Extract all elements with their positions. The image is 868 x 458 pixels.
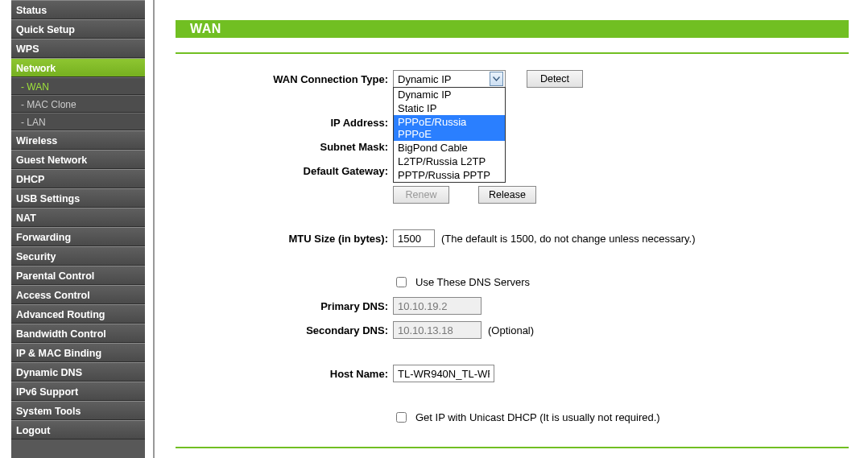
use-dns-checkbox[interactable]: [396, 277, 407, 287]
label-secondary-dns: Secondary DNS:: [176, 324, 393, 336]
use-dns-label: Use These DNS Servers: [415, 276, 530, 288]
label-default-gateway: Default Gateway:: [176, 165, 393, 177]
sidebar-sub-lan[interactable]: - LAN: [11, 113, 145, 130]
label-host-name: Host Name:: [176, 368, 393, 380]
dropdown-option-l2tp[interactable]: L2TP/Russia L2TP: [394, 155, 505, 168]
page-banner: WAN: [176, 20, 849, 38]
sidebar-item-network[interactable]: Network: [11, 58, 145, 77]
sidebar-item-wps[interactable]: WPS: [11, 39, 145, 58]
sidebar-item-ip-mac-binding[interactable]: IP & MAC Binding: [11, 343, 145, 362]
primary-dns-input[interactable]: [393, 297, 482, 315]
mtu-input[interactable]: [393, 229, 435, 247]
dropdown-option-bigpond[interactable]: BigPond Cable: [394, 141, 505, 155]
chevron-down-icon: [490, 72, 503, 86]
dropdown-option-pppoe[interactable]: PPPoE/Russia PPPoE: [394, 115, 505, 141]
vertical-divider: [153, 0, 155, 458]
sidebar-item-advanced-routing[interactable]: Advanced Routing: [11, 304, 145, 324]
select-value: Dynamic IP: [398, 73, 451, 85]
mtu-note: (The default is 1500, do not change unle…: [441, 233, 696, 245]
sidebar-sub-wan[interactable]: - WAN: [11, 77, 145, 95]
dropdown-option-pptp[interactable]: PPTP/Russia PPTP: [394, 168, 505, 182]
bottom-divider: [176, 447, 849, 448]
secondary-dns-note: (Optional): [488, 324, 534, 336]
unicast-dhcp-checkbox[interactable]: [396, 412, 407, 423]
label-ip-address: IP Address:: [176, 117, 393, 129]
release-button[interactable]: Release: [478, 186, 536, 204]
sidebar-item-quick-setup[interactable]: Quick Setup: [11, 19, 145, 39]
label-mtu: MTU Size (in bytes):: [176, 233, 393, 245]
sidebar-item-wireless[interactable]: Wireless: [11, 130, 145, 150]
sidebar-item-status[interactable]: Status: [11, 0, 145, 19]
unicast-dhcp-label: Get IP with Unicast DHCP (It is usually …: [415, 411, 660, 423]
sidebar-item-bandwidth-control[interactable]: Bandwidth Control: [11, 324, 145, 343]
sidebar-sub-mac-clone[interactable]: - MAC Clone: [11, 95, 145, 113]
sidebar-item-ipv6-support[interactable]: IPv6 Support: [11, 382, 145, 401]
sidebar-item-security[interactable]: Security: [11, 246, 145, 266]
dropdown-option-dynamic-ip[interactable]: Dynamic IP: [394, 88, 505, 101]
renew-button[interactable]: Renew: [393, 186, 449, 204]
content-area: WAN WAN Connection Type: Dynamic IP: [176, 20, 849, 458]
sidebar-item-dhcp[interactable]: DHCP: [11, 169, 145, 188]
page-title: WAN: [190, 22, 221, 35]
top-divider: [176, 52, 849, 54]
sidebar-item-system-tools[interactable]: System Tools: [11, 401, 145, 420]
sidebar-item-parental-control[interactable]: Parental Control: [11, 266, 145, 285]
wan-connection-type-dropdown: Dynamic IP Static IP PPPoE/Russia PPPoE …: [393, 87, 506, 183]
label-subnet-mask: Subnet Mask:: [176, 141, 393, 153]
wan-connection-type-select[interactable]: Dynamic IP: [393, 70, 506, 88]
sidebar-item-nat[interactable]: NAT: [11, 208, 145, 227]
sidebar-item-logout[interactable]: Logout: [11, 420, 145, 439]
dropdown-option-static-ip[interactable]: Static IP: [394, 101, 505, 115]
sidebar-item-dynamic-dns[interactable]: Dynamic DNS: [11, 362, 145, 382]
label-conn-type: WAN Connection Type:: [176, 73, 393, 85]
sidebar-item-forwarding[interactable]: Forwarding: [11, 227, 145, 246]
secondary-dns-input[interactable]: [393, 321, 482, 339]
sidebar-item-guest-network[interactable]: Guest Network: [11, 150, 145, 169]
label-primary-dns: Primary DNS:: [176, 300, 393, 312]
sidebar: Status Quick Setup WPS Network - WAN - M…: [11, 0, 145, 458]
detect-button[interactable]: Detect: [527, 70, 583, 88]
host-name-input[interactable]: [393, 365, 494, 382]
sidebar-item-usb-settings[interactable]: USB Settings: [11, 188, 145, 208]
sidebar-item-access-control[interactable]: Access Control: [11, 285, 145, 304]
